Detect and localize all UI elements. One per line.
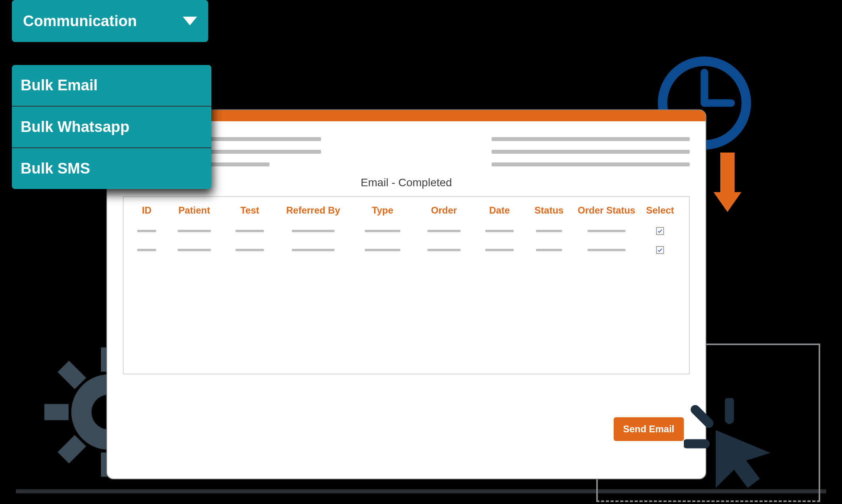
table-row [131,227,682,235]
cell-placeholder [235,249,264,251]
cell-placeholder [137,230,156,232]
cell-placeholder [365,230,400,232]
cell-placeholder [587,230,626,232]
cursor-icon [684,398,775,489]
cell-placeholder [292,230,335,232]
th-date: Date [476,205,523,216]
svg-rect-6 [57,435,86,464]
cell-placeholder [178,249,211,251]
cell-placeholder [137,249,156,251]
cell-placeholder [536,249,562,251]
table-row [131,246,682,254]
dropdown-label: Communication [23,13,137,30]
cell-placeholder [485,249,514,251]
svg-line-13 [695,410,709,424]
send-email-button[interactable]: Send Email [614,417,684,441]
dropdown-item-bulk-whatsapp[interactable]: Bulk Whatsapp [12,107,211,148]
check-icon [657,247,663,253]
cell-placeholder [292,249,335,251]
th-id: ID [131,205,163,216]
cell-placeholder [485,230,514,232]
cell-placeholder [587,249,626,251]
caret-down-icon [183,17,197,25]
svg-rect-7 [57,361,86,389]
cell-placeholder [365,249,400,251]
th-referred-by: Referred By [277,205,349,216]
th-order-status: Order Status [575,205,638,216]
svg-rect-3 [44,404,69,420]
row-select-checkbox[interactable] [656,246,664,254]
communication-dropdown: Communication Bulk Email Bulk Whatsapp B… [12,0,210,189]
table-header-row: ID Patient Test Referred By Type Order D… [131,205,682,216]
dropdown-item-bulk-email[interactable]: Bulk Email [12,65,211,107]
th-select: Select [642,205,678,216]
th-order: Order [416,205,472,216]
th-patient: Patient [166,205,222,216]
arrow-down-icon [714,153,741,214]
dropdown-toggle-button[interactable]: Communication [12,0,208,42]
dropdown-menu: Bulk Email Bulk Whatsapp Bulk SMS [12,65,211,189]
data-table: ID Patient Test Referred By Type Order D… [123,196,690,374]
cell-placeholder [427,249,461,251]
th-type: Type [353,205,412,216]
cell-placeholder [536,230,562,232]
cell-placeholder [235,230,264,232]
cell-placeholder [178,230,211,232]
svg-marker-16 [716,430,771,488]
dropdown-item-bulk-sms[interactable]: Bulk SMS [12,148,211,189]
cell-placeholder [427,230,461,232]
th-status: Status [527,205,571,216]
check-icon [657,228,663,234]
th-test: Test [226,205,274,216]
row-select-checkbox[interactable] [656,227,664,235]
